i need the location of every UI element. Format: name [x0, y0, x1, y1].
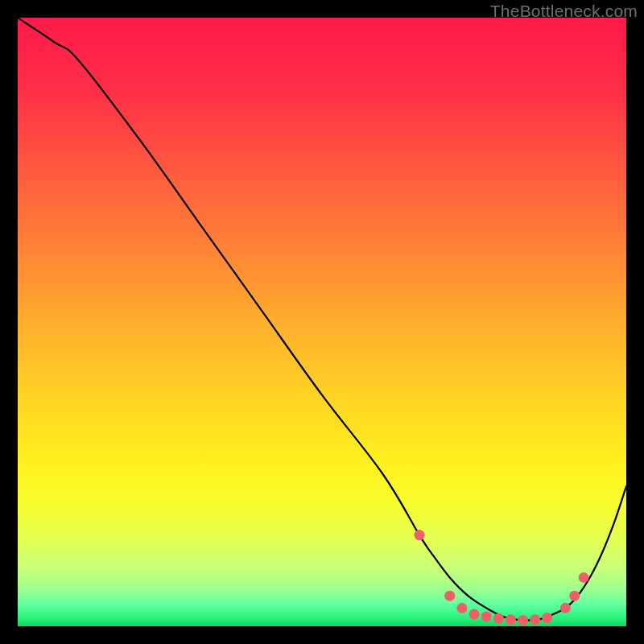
data-point: [579, 572, 589, 583]
watermark-text: TheBottleneck.com: [490, 2, 638, 21]
data-point: [414, 530, 424, 540]
data-point: [493, 613, 504, 624]
data-point: [518, 615, 528, 625]
data-point: [506, 614, 516, 625]
plot-area: [18, 18, 626, 626]
data-point: [456, 603, 467, 613]
gradient-background: [18, 18, 626, 626]
data-point: [481, 611, 492, 621]
chart-stage: TheBottleneck.com: [0, 0, 644, 644]
data-point: [560, 603, 571, 613]
data-point: [469, 609, 480, 619]
data-point: [542, 613, 552, 623]
data-point: [444, 591, 455, 601]
data-point: [569, 591, 580, 601]
chart-svg: [18, 18, 626, 626]
data-point: [530, 614, 540, 625]
